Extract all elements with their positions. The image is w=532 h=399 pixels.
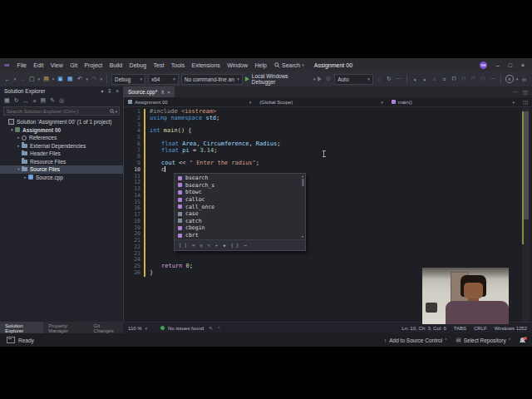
zoom-chevron-icon[interactable]: ▾ bbox=[145, 326, 148, 331]
solution-search-input[interactable] bbox=[4, 109, 110, 114]
popup-scroll-thumb[interactable] bbox=[302, 179, 304, 186]
select-repository-button[interactable]: ▤ Select Repository ^ bbox=[456, 337, 510, 343]
tree-item-solution-assignment-00-1-of-1-project-[interactable]: Solution 'Assignment 00' (1 of 1 project… bbox=[0, 118, 123, 126]
editor-scrollbar[interactable] bbox=[522, 107, 530, 322]
prev-bookmark-icon[interactable]: ⊓ bbox=[460, 75, 467, 83]
new-file-chevron-icon[interactable]: ▾ bbox=[38, 76, 41, 81]
preview-icon[interactable]: ◎ bbox=[59, 97, 64, 104]
notifications-bell-icon[interactable] bbox=[520, 337, 525, 343]
live-share-icon[interactable]: ∞ bbox=[520, 75, 528, 83]
hot-reload-icon[interactable]: ↻ bbox=[385, 75, 392, 83]
undo-icon[interactable]: ↶ bbox=[76, 75, 84, 83]
start-without-debugging-icon[interactable] bbox=[318, 76, 322, 81]
properties-icon[interactable]: ✎ bbox=[50, 97, 55, 104]
sync-icon[interactable]: ▦ bbox=[4, 97, 10, 104]
start-debugging-button[interactable]: Local Windows Debugger ▾ bbox=[245, 73, 316, 85]
code-line-23[interactable]: 23 bbox=[124, 251, 532, 258]
decrease-indent-icon[interactable]: ≡ bbox=[431, 75, 438, 83]
redo-chevron-icon[interactable]: ▾ bbox=[101, 76, 103, 81]
code-line-9[interactable]: 9cout << " Enter the radius"; bbox=[124, 160, 532, 167]
navigate-back-icon[interactable]: ← bbox=[4, 75, 12, 83]
editor-options-icon[interactable]: ◫ bbox=[523, 89, 528, 96]
tab-close-icon[interactable]: × bbox=[167, 90, 170, 95]
show-all-files-icon[interactable]: ≡ bbox=[33, 98, 37, 104]
tab-pin-icon[interactable]: ⊼ bbox=[160, 90, 164, 95]
line-endings[interactable]: CRLF bbox=[474, 326, 487, 331]
tab-overflow-icon[interactable]: ⋯ bbox=[512, 89, 518, 96]
solution-search-box[interactable]: ▾ bbox=[3, 106, 120, 116]
maximize-button[interactable]: □ bbox=[509, 62, 512, 68]
new-file-icon[interactable]: ▢ bbox=[28, 75, 36, 83]
expander-filter-icon[interactable]: → bbox=[244, 243, 246, 248]
redo-icon[interactable]: ↷ bbox=[91, 75, 98, 83]
switch-views-icon[interactable]: ↔ bbox=[23, 98, 29, 104]
tree-expander-icon[interactable]: ▸ bbox=[16, 144, 22, 148]
tree-item-resource-files[interactable]: Resource Files bbox=[0, 158, 123, 166]
tab-source-cpp[interactable]: Source.cpp* ⊼ × bbox=[124, 86, 175, 97]
cleanup-caret-icon[interactable]: ^ bbox=[218, 326, 219, 331]
minimize-button[interactable]: – bbox=[496, 62, 500, 68]
scroll-down-icon[interactable]: ▼ bbox=[301, 235, 304, 239]
menu-window[interactable]: Window bbox=[224, 62, 251, 68]
close-button[interactable]: × bbox=[521, 62, 525, 68]
toolbar-overflow-icon[interactable]: ⋯ bbox=[395, 75, 402, 83]
issues-label[interactable]: No issues found bbox=[168, 326, 204, 331]
menu-project[interactable]: Project bbox=[81, 62, 106, 68]
panel-chevron-icon[interactable]: ▾ bbox=[101, 88, 103, 94]
avatar[interactable]: SM bbox=[480, 62, 487, 69]
methods-filter-icon[interactable]: ◎ bbox=[200, 243, 202, 248]
completion-item-bsearch[interactable]: bsearch bbox=[175, 175, 305, 182]
attach-icon[interactable]: ⚙ bbox=[324, 75, 332, 83]
popup-scrollbar[interactable]: ▲ ▼ bbox=[301, 175, 304, 239]
menu-build[interactable]: Build bbox=[106, 62, 126, 68]
feedback-icon[interactable]: ʙ bbox=[505, 75, 514, 83]
platform-dropdown[interactable]: x64 ▾ bbox=[148, 74, 179, 85]
tree-item-assignment-00[interactable]: ▾Assignment 00 bbox=[0, 126, 123, 135]
tree-expander-icon[interactable]: ▸ bbox=[22, 175, 28, 180]
menu-file[interactable]: File bbox=[13, 62, 30, 68]
back-chevron-icon[interactable]: ▾ bbox=[14, 76, 17, 81]
tree-expander-icon[interactable]: ▸ bbox=[16, 135, 22, 140]
pending-changes-icon[interactable]: ↻ bbox=[14, 97, 19, 104]
tree-expander-icon[interactable]: ▾ bbox=[9, 128, 15, 132]
increase-indent-icon[interactable]: ≡ bbox=[441, 75, 448, 83]
solution-config-dropdown[interactable]: Debug ▾ bbox=[111, 74, 145, 85]
completion-item-cbegin[interactable]: cbegin bbox=[175, 224, 305, 232]
breadcrumb-scope[interactable]: (Global Scope) ▾ bbox=[255, 100, 387, 105]
menu-git[interactable]: Git bbox=[66, 62, 81, 68]
find-in-files-icon[interactable]: ◌ bbox=[376, 75, 383, 83]
all-filter-icon[interactable]: ∞ bbox=[192, 243, 195, 248]
tree-item-source-cpp[interactable]: ▸+Source.cpp bbox=[0, 174, 123, 182]
panel-tab-property-manager[interactable]: Property Manager bbox=[43, 322, 88, 333]
save-all-icon[interactable]: ▦ bbox=[66, 75, 74, 83]
tree-expander-icon[interactable]: ▾ bbox=[16, 167, 22, 171]
caret-position[interactable]: Ln: 10, Ch: 3, Col: 6 bbox=[401, 326, 446, 331]
cmdargs-dropdown[interactable]: No command-line arg ▾ bbox=[181, 74, 243, 85]
tree-item-references[interactable]: ▸References bbox=[0, 134, 123, 142]
snippets-filter-icon[interactable]: [ ] bbox=[179, 243, 187, 248]
tree-item-source-files[interactable]: ▾Source Files bbox=[0, 165, 123, 174]
code-cleanup-icon[interactable]: ✎ bbox=[207, 324, 214, 332]
watch-dropdown[interactable]: Auto ▾ bbox=[334, 74, 373, 85]
variables-filter-icon[interactable]: ✎ bbox=[208, 243, 210, 248]
titlebar-search[interactable]: Search ▾ bbox=[274, 62, 304, 68]
encoding[interactable]: Windows 1252 bbox=[495, 326, 527, 331]
toggle-bookmark-icon[interactable]: ⊓ bbox=[451, 75, 458, 83]
breadcrumb-project[interactable]: Assignment 00 ▾ bbox=[124, 100, 255, 105]
completion-item-bsearch_s[interactable]: bsearch_s bbox=[175, 182, 305, 190]
scroll-up-icon[interactable]: ▲ bbox=[301, 175, 304, 178]
undo-chevron-icon[interactable]: ▾ bbox=[86, 76, 88, 81]
comment-icon[interactable]: ◖ bbox=[411, 75, 419, 83]
collapse-all-icon[interactable]: ▤ bbox=[41, 97, 47, 104]
menu-help[interactable]: Help bbox=[251, 62, 270, 68]
menu-debug[interactable]: Debug bbox=[126, 62, 150, 68]
zoom-level[interactable]: 110 % bbox=[128, 326, 142, 331]
menu-test[interactable]: Test bbox=[150, 62, 167, 68]
breadcrumb-member[interactable]: main() ▾ bbox=[387, 100, 519, 105]
add-to-source-control-button[interactable]: ↑ Add to Source Control ^ bbox=[384, 337, 447, 343]
tree-item-header-files[interactable]: Header Files bbox=[0, 150, 123, 158]
navigate-forward-icon[interactable]: → bbox=[18, 75, 26, 83]
keywords-filter-icon[interactable]: ◆ bbox=[223, 243, 225, 248]
panel-tab-git-changes[interactable]: Git Changes bbox=[89, 322, 123, 333]
health-indicator-icon[interactable] bbox=[160, 326, 165, 330]
